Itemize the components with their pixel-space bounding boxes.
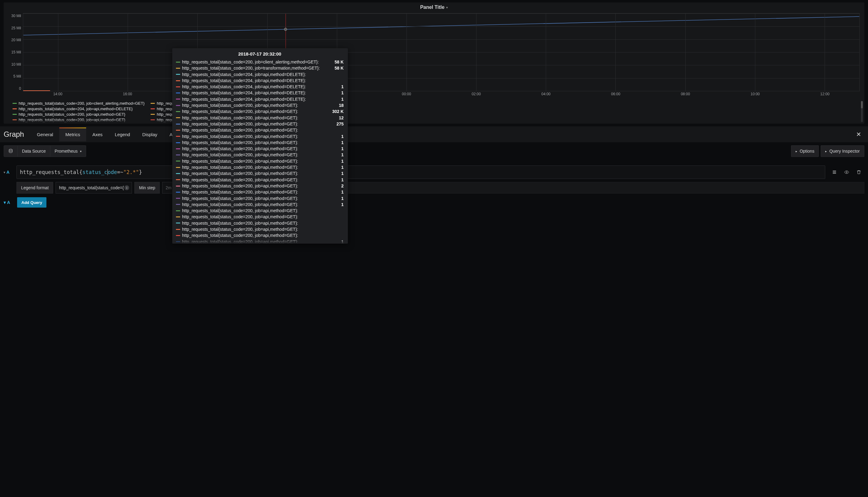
tooltip-row: http_requests_total{status_code=204, job… xyxy=(176,84,344,90)
series-color-swatch xyxy=(176,173,180,174)
trash-icon xyxy=(856,170,861,175)
series-color-swatch xyxy=(176,198,180,199)
series-color-swatch xyxy=(176,80,180,81)
tab-legend[interactable]: Legend xyxy=(109,128,136,141)
series-color-swatch xyxy=(176,142,180,143)
series-color-swatch xyxy=(151,103,155,104)
legend-item[interactable]: http_requests_total{status_code=200, job… xyxy=(13,112,144,117)
series-color-swatch xyxy=(151,114,155,115)
caret-down-icon: ▾ xyxy=(4,171,5,174)
legend[interactable]: http_requests_total{status_code=200, job… xyxy=(4,99,864,123)
datasource-row: Data Source Prometheus ▾ ▸Options ▸Query… xyxy=(0,142,868,160)
tab-metrics[interactable]: Metrics xyxy=(59,128,86,141)
legend-scrollbar[interactable] xyxy=(861,101,863,122)
query-row-a: ▾A http_requests_total{status_code=~"2.*… xyxy=(4,166,864,179)
series-color-swatch xyxy=(176,117,180,118)
row-menu-button[interactable] xyxy=(829,166,840,179)
series-color-swatch xyxy=(176,210,180,211)
panel-title[interactable]: Panel Title ▾ xyxy=(420,4,448,10)
series-color-swatch xyxy=(176,186,180,186)
legend-item[interactable]: http_requests_total{status_code=204, job… xyxy=(13,106,144,111)
hamburger-icon xyxy=(832,170,837,175)
add-query-row: ▾A Add Query xyxy=(4,197,864,208)
graph-panel: Panel Title ▾ 30 Mil25 Mil20 Mil15 Mil10… xyxy=(4,2,864,124)
close-editor-button[interactable]: ✕ xyxy=(849,126,868,142)
y-axis-labels: 30 Mil25 Mil20 Mil15 Mil10 Mil5 Mil0 xyxy=(7,13,23,91)
series-color-swatch xyxy=(176,124,180,125)
options-button[interactable]: ▸Options xyxy=(791,145,819,157)
delete-row-button[interactable] xyxy=(853,166,864,179)
tooltip-row: http_requests_total{status_code=200, job… xyxy=(176,208,344,214)
series-color-swatch xyxy=(151,108,155,109)
datasource-label: Data Source xyxy=(18,145,51,157)
series-color-swatch xyxy=(13,108,17,109)
tooltip-row: http_requests_total{status_code=200, job… xyxy=(176,115,344,121)
series-color-swatch xyxy=(176,99,180,100)
tooltip-row: http_requests_total{status_code=200, job… xyxy=(176,232,344,238)
tooltip-row: http_requests_total{status_code=200, job… xyxy=(176,183,344,189)
tooltip-row: http_requests_total{status_code=200, job… xyxy=(176,189,344,195)
tooltip-row: http_requests_total{status_code=200, job… xyxy=(176,152,344,158)
chart-area[interactable]: 30 Mil25 Mil20 Mil15 Mil10 Mil5 Mil0 14:… xyxy=(7,13,861,99)
datasource-value: Prometheus xyxy=(55,149,78,154)
panel-title-text: Panel Title xyxy=(420,4,445,10)
series-color-swatch xyxy=(176,160,180,161)
tab-general[interactable]: General xyxy=(31,128,59,141)
series-color-swatch xyxy=(176,93,180,94)
legend-format-label: Legend format xyxy=(16,182,53,194)
tab-axes[interactable]: Axes xyxy=(86,128,109,141)
series-color-swatch xyxy=(176,216,180,217)
datasource-select[interactable]: Prometheus ▾ xyxy=(51,145,86,157)
legend-item[interactable]: http_requests_total{status_code=200, job… xyxy=(13,101,144,105)
chevron-down-icon: ▾ xyxy=(446,6,448,9)
svg-point-1 xyxy=(846,172,847,173)
series-color-swatch xyxy=(176,86,180,87)
tooltip-row: http_requests_total{status_code=200, job… xyxy=(176,177,344,183)
series-color-swatch xyxy=(176,130,180,131)
svg-point-0 xyxy=(9,149,13,150)
series-color-swatch xyxy=(176,167,180,168)
chevron-down-icon: ▾ xyxy=(80,150,82,153)
tooltip-row: http_requests_total{status_code=200, job… xyxy=(176,226,344,232)
tooltip-row: http_requests_total{status_code=200, job… xyxy=(176,102,344,108)
toggle-visibility-button[interactable] xyxy=(841,166,852,179)
editor-title: Graph xyxy=(0,128,31,141)
tooltip-row: http_requests_total{status_code=204, job… xyxy=(176,71,344,77)
tooltip-row: http_requests_total{status_code=200, job… xyxy=(176,214,344,220)
query-expression-input[interactable]: http_requests_total{status_code=~"2.*"} xyxy=(16,166,825,179)
tooltip-row: http_requests_total{status_code=200, job… xyxy=(176,133,344,140)
editor-tabs-bar: Graph General Metrics Axes Legend Displa… xyxy=(0,126,868,142)
series-color-swatch xyxy=(176,155,180,155)
legend-format-input[interactable]: http_requests_total{status_code={ i xyxy=(56,182,132,194)
tooltip-row: http_requests_total{status_code=200, job… xyxy=(176,108,344,114)
series-color-swatch xyxy=(13,114,17,115)
tooltip-row: http_requests_total{status_code=204, job… xyxy=(176,77,344,84)
chart-tooltip: 2018-07-17 20:32:00 http_requests_total{… xyxy=(172,48,348,244)
query-row-toggle[interactable]: ▾A xyxy=(4,200,15,205)
query-options-row: Legend format http_requests_total{status… xyxy=(16,182,864,194)
query-row-toggle[interactable]: ▾A xyxy=(4,166,15,179)
tooltip-row: http_requests_total{status_code=200, job… xyxy=(176,127,344,133)
series-color-swatch xyxy=(176,105,180,106)
caret-right-icon: ▸ xyxy=(796,150,797,153)
tooltip-row: http_requests_total{status_code=200, job… xyxy=(176,170,344,176)
series-color-swatch xyxy=(176,68,180,69)
cursor-handle-top[interactable] xyxy=(284,28,287,31)
query-editor: ▾A http_requests_total{status_code=~"2.*… xyxy=(0,166,868,213)
series-color-swatch xyxy=(176,74,180,75)
x-axis-labels: 14:0016:0018:0020:0022:0000:0002:0004:00… xyxy=(23,92,860,99)
tooltip-row: http_requests_total{status_code=204, job… xyxy=(176,90,344,96)
tab-display[interactable]: Display xyxy=(136,128,164,141)
min-step-label: Min step xyxy=(135,182,160,194)
query-inspector-button[interactable]: ▸Query Inspector xyxy=(821,145,864,157)
tooltip-row: http_requests_total{status_code=200, job… xyxy=(176,220,344,226)
series-color-swatch xyxy=(176,229,180,230)
series-color-swatch xyxy=(176,235,180,236)
help-icon[interactable]: i xyxy=(124,185,129,190)
series-color-swatch xyxy=(176,136,180,137)
plot-canvas[interactable] xyxy=(23,13,860,91)
eye-icon xyxy=(844,170,849,175)
add-query-button[interactable]: Add Query xyxy=(17,197,46,208)
tooltip-row: http_requests_total{status_code=204, job… xyxy=(176,96,344,102)
tooltip-row: http_requests_total{status_code=200, job… xyxy=(176,164,344,170)
